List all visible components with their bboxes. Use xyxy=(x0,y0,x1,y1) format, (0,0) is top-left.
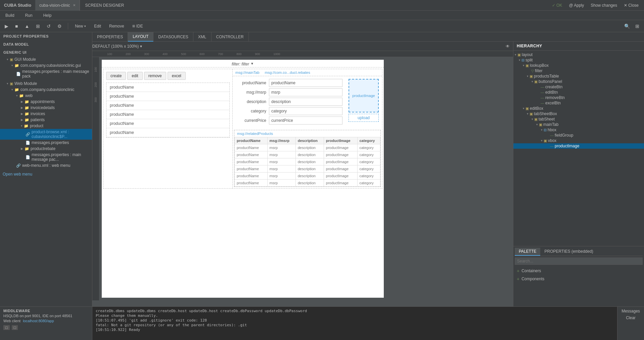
stop-button[interactable]: ■ xyxy=(13,22,20,30)
filter-arrow-icon: ▼ xyxy=(250,62,254,66)
filter-bar: filter: filter ▼ xyxy=(102,60,384,67)
sidebar-messages-properties2[interactable]: 📄 messages.properties : main message pac… xyxy=(0,152,92,162)
field-category: category xyxy=(235,107,342,115)
sidebar-gui-module[interactable]: ▾ ▣ GUI Module xyxy=(0,56,92,62)
related-products-tab[interactable]: msg://relatedProducts xyxy=(234,130,380,137)
hier-productimage[interactable]: — productImage xyxy=(513,143,644,149)
related-products-area: msg://relatedProducts productName msg://… xyxy=(234,130,381,187)
sidebar-product-browse[interactable]: 🔗 product-browse.xml : cubavisionclinic$… xyxy=(0,129,92,140)
input-msrp[interactable] xyxy=(269,88,342,96)
canvas-title[interactable]: DEFAULT (100% x 100%) ▾ xyxy=(92,44,142,49)
tab-controller[interactable]: CONTROLLER xyxy=(212,32,249,42)
show-changes-button[interactable]: Show changes xyxy=(588,2,620,9)
hier-removebtn[interactable]: — removeBtn xyxy=(513,95,644,100)
hier-layout[interactable]: ▾ ▣ layout xyxy=(513,52,644,57)
tab-close[interactable]: ✕ xyxy=(73,3,76,7)
table-row: productName msrp description productImag… xyxy=(235,173,380,180)
hier-tabsheetbox[interactable]: ▾ ▣ tabSheetBox xyxy=(513,111,644,116)
menu-run[interactable]: Run xyxy=(22,12,35,19)
ide-button[interactable]: ⊞ IDE xyxy=(130,22,146,30)
tab-datasources[interactable]: DATASOURCES xyxy=(153,32,193,42)
web-client-btn1[interactable]: □ xyxy=(3,325,10,330)
rebates-tab[interactable]: msg://com.co...duct.rebates xyxy=(265,70,310,75)
edit-button-canvas[interactable]: edit xyxy=(127,72,142,80)
open-web-menu-link[interactable]: Open web menu xyxy=(0,171,92,177)
hier-fieldgroup[interactable]: — fieldGroup xyxy=(513,133,644,138)
build-button[interactable]: ▲ xyxy=(22,22,31,30)
sidebar-web-menu[interactable]: 🔗 web-menu.xml : web menu xyxy=(0,162,92,168)
filter-button[interactable]: ⊞ xyxy=(633,22,641,30)
sidebar-patients[interactable]: ▶ 📁 patients xyxy=(0,117,92,123)
play-button[interactable]: ▶ xyxy=(3,22,10,30)
action-buttons: create edit remove excel xyxy=(103,69,232,83)
upload-button[interactable]: upload xyxy=(349,114,379,122)
hier-editbtn[interactable]: — editBtn xyxy=(513,90,644,95)
sidebar-invoices[interactable]: ▶ 📁 invoices xyxy=(0,111,92,117)
hier-createbtn[interactable]: — createBtn xyxy=(513,84,644,90)
tab-layout[interactable]: LAYOUT xyxy=(128,32,153,42)
localhost-link[interactable]: localhost:8080/app xyxy=(23,319,54,323)
palette-search[interactable] xyxy=(515,257,643,265)
components-section[interactable]: + Components xyxy=(515,275,643,283)
sidebar-messages-properties[interactable]: 📄 messages.properties xyxy=(0,140,92,146)
main-split: create edit remove excel productName pro… xyxy=(103,69,382,189)
hier-tabsheet[interactable]: ▾ ▣ tabSheet xyxy=(513,116,644,122)
containers-expand-icon: + xyxy=(517,268,519,274)
hier-hbox[interactable]: ▾ ⊟ hbox xyxy=(513,127,644,133)
menu-build[interactable]: Build xyxy=(3,12,17,19)
remove-button[interactable]: Remove xyxy=(106,22,127,30)
remove-button-canvas[interactable]: remove xyxy=(144,72,166,80)
sidebar-web-folder[interactable]: ▾ 📁 web xyxy=(0,93,92,99)
new-button[interactable]: New ▾ xyxy=(72,22,89,30)
table-row: productName xyxy=(106,128,229,137)
apply-button[interactable]: @ Apply xyxy=(566,2,587,9)
search-button[interactable]: 🔍 xyxy=(622,22,632,30)
canvas-container[interactable]: DEFAULT (100% x 100%) ▾ 👁 100 200 300 40… xyxy=(92,42,513,306)
ok-button[interactable]: ✓ OK xyxy=(549,2,565,9)
clear-button[interactable]: Clear xyxy=(626,315,636,320)
tab-properties[interactable]: PROPERTIES xyxy=(92,32,128,42)
edit-button[interactable]: Edit xyxy=(91,22,104,30)
refresh-button[interactable]: ↺ xyxy=(45,22,53,30)
input-currentPrice[interactable] xyxy=(269,116,342,125)
hier-excelbtn[interactable]: — excelBtn xyxy=(513,100,644,106)
main-tab[interactable]: msg://mainTab xyxy=(235,70,260,75)
input-productName[interactable] xyxy=(269,79,342,87)
hier-maintab[interactable]: ▾ ▣ mainTab xyxy=(513,122,644,127)
hier-lookupbox[interactable]: ▾ ▣ lookupBox xyxy=(513,63,644,68)
tab-xml[interactable]: XML xyxy=(193,32,212,42)
form-image-row: productName msg://msrp des xyxy=(233,76,382,129)
create-button[interactable]: create xyxy=(106,72,126,80)
filter-label: filter: filter xyxy=(232,62,249,66)
sidebar-messages-main[interactable]: 📄 messages.properties : main message pac… xyxy=(0,68,92,79)
excel-button[interactable]: excel xyxy=(168,72,186,80)
hier-split[interactable]: ▾ ⊟ split xyxy=(513,57,644,63)
hier-editbox[interactable]: ▾ ▣ editBox xyxy=(513,106,644,111)
cuba-vision-tab[interactable]: cuba-vision-clinic ✕ xyxy=(35,0,80,11)
sidebar-gui-package[interactable]: ▾ 📁 com.company.cubavisionclinic.gui xyxy=(0,62,92,68)
sidebar-web-module[interactable]: ▾ ▣ Web Module xyxy=(0,81,92,87)
hier-productTable[interactable]: ▾ ▣ productsTable xyxy=(513,74,644,79)
rebuild-button[interactable]: ⊞ xyxy=(34,22,42,30)
input-description[interactable] xyxy=(269,98,342,106)
input-category[interactable] xyxy=(269,107,342,115)
web-client-btn2[interactable]: □ xyxy=(12,325,18,330)
col-productname: productName xyxy=(235,137,268,144)
sidebar-appointments[interactable]: ▶ 📁 appointments xyxy=(0,99,92,105)
hier-filter[interactable]: ▽ filter xyxy=(513,68,644,74)
ptab-properties[interactable]: PROPERTIES (embedded) xyxy=(540,248,597,256)
settings-button[interactable]: ⚙ xyxy=(55,22,64,30)
containers-section[interactable]: + Containers xyxy=(515,267,643,275)
close-button[interactable]: ✕ Close xyxy=(621,2,641,9)
canvas-eye-icon[interactable]: 👁 xyxy=(506,44,513,49)
sidebar-productrebate[interactable]: ▶ 📁 productrebate xyxy=(0,146,92,152)
split-area: DEFAULT (100% x 100%) ▾ 👁 100 200 300 40… xyxy=(92,42,644,306)
ptab-palette[interactable]: PALETTE xyxy=(515,248,540,256)
hier-vbox[interactable]: ▾ ▣ vbox xyxy=(513,138,644,143)
sidebar-product[interactable]: ▾ 📁 product xyxy=(0,123,92,129)
menu-help[interactable]: Help xyxy=(41,12,54,19)
hier-buttonspanel[interactable]: ▾ ▣ buttonsPanel xyxy=(513,79,644,84)
sidebar-web-package[interactable]: ▾ 📁 com.company.cubavisionclinic xyxy=(0,87,92,93)
messages-button[interactable]: Messages xyxy=(622,309,640,313)
sidebar-invoicedetails[interactable]: ▶ 📁 invoicedetails xyxy=(0,105,92,111)
